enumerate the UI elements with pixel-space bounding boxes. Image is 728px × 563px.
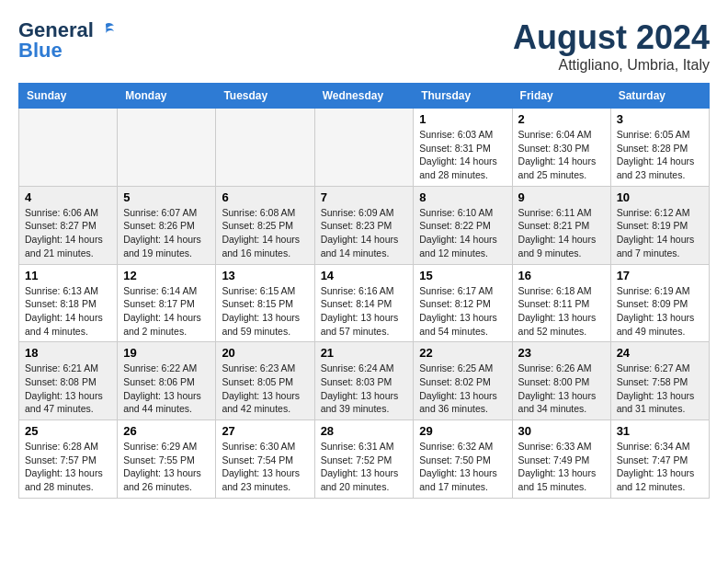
- day-number: 16: [518, 269, 605, 282]
- calendar-week-row: 11Sunrise: 6:13 AM Sunset: 8:18 PM Dayli…: [19, 264, 710, 342]
- day-info: Sunrise: 6:13 AM Sunset: 8:18 PM Dayligh…: [25, 284, 111, 339]
- calendar-cell: 17Sunrise: 6:19 AM Sunset: 8:09 PM Dayli…: [610, 264, 709, 342]
- calendar-week-row: 18Sunrise: 6:21 AM Sunset: 8:08 PM Dayli…: [19, 342, 710, 420]
- day-number: 30: [518, 424, 605, 438]
- calendar-cell: 21Sunrise: 6:24 AM Sunset: 8:03 PM Dayli…: [314, 342, 414, 420]
- calendar-cell: 7Sunrise: 6:09 AM Sunset: 8:23 PM Daylig…: [314, 186, 414, 264]
- calendar-cell: 3Sunrise: 6:05 AM Sunset: 8:28 PM Daylig…: [610, 109, 709, 187]
- day-header-saturday: Saturday: [610, 84, 709, 109]
- day-number: 23: [518, 346, 605, 360]
- calendar-cell: 23Sunrise: 6:26 AM Sunset: 8:00 PM Dayli…: [512, 342, 610, 420]
- calendar-table: SundayMondayTuesdayWednesdayThursdayFrid…: [18, 83, 710, 499]
- day-info: Sunrise: 6:24 AM Sunset: 8:03 PM Dayligh…: [321, 362, 408, 416]
- day-header-tuesday: Tuesday: [216, 84, 314, 109]
- calendar-header-row: SundayMondayTuesdayWednesdayThursdayFrid…: [19, 84, 710, 109]
- day-number: 22: [419, 346, 506, 360]
- day-number: 26: [123, 424, 210, 438]
- day-number: 24: [617, 346, 703, 360]
- day-number: 19: [123, 346, 210, 360]
- day-number: 29: [419, 424, 506, 438]
- calendar-cell: 27Sunrise: 6:30 AM Sunset: 7:54 PM Dayli…: [216, 420, 314, 499]
- day-info: Sunrise: 6:05 AM Sunset: 8:28 PM Dayligh…: [617, 128, 703, 182]
- day-number: 15: [419, 269, 506, 282]
- calendar-cell: 6Sunrise: 6:08 AM Sunset: 8:25 PM Daylig…: [216, 186, 314, 264]
- title-block: August 2024 Attigliano, Umbria, Italy: [513, 18, 710, 74]
- calendar-cell: 28Sunrise: 6:31 AM Sunset: 7:52 PM Dayli…: [314, 420, 414, 499]
- day-header-sunday: Sunday: [19, 84, 118, 109]
- day-number: 10: [617, 190, 703, 204]
- day-number: 18: [25, 346, 111, 360]
- day-info: Sunrise: 6:23 AM Sunset: 8:05 PM Dayligh…: [222, 362, 308, 416]
- day-number: 6: [222, 190, 308, 204]
- calendar-cell: [19, 109, 118, 187]
- calendar-cell: 13Sunrise: 6:15 AM Sunset: 8:15 PM Dayli…: [216, 264, 314, 342]
- day-number: 5: [123, 190, 210, 204]
- day-info: Sunrise: 6:03 AM Sunset: 8:31 PM Dayligh…: [419, 128, 506, 182]
- day-info: Sunrise: 6:19 AM Sunset: 8:09 PM Dayligh…: [617, 284, 703, 339]
- calendar-cell: 10Sunrise: 6:12 AM Sunset: 8:19 PM Dayli…: [610, 186, 709, 264]
- day-header-friday: Friday: [512, 84, 610, 109]
- calendar-cell: 8Sunrise: 6:10 AM Sunset: 8:22 PM Daylig…: [414, 186, 512, 264]
- day-info: Sunrise: 6:30 AM Sunset: 7:54 PM Dayligh…: [222, 440, 308, 494]
- day-number: 7: [321, 190, 408, 204]
- calendar-cell: 14Sunrise: 6:16 AM Sunset: 8:14 PM Dayli…: [314, 264, 414, 342]
- calendar-cell: 5Sunrise: 6:07 AM Sunset: 8:26 PM Daylig…: [118, 186, 216, 264]
- calendar-cell: 20Sunrise: 6:23 AM Sunset: 8:05 PM Dayli…: [216, 342, 314, 420]
- day-number: 1: [419, 112, 506, 126]
- day-number: 2: [518, 112, 605, 126]
- day-info: Sunrise: 6:15 AM Sunset: 8:15 PM Dayligh…: [222, 284, 308, 339]
- calendar-cell: 19Sunrise: 6:22 AM Sunset: 8:06 PM Dayli…: [118, 342, 216, 420]
- day-number: 4: [25, 190, 111, 204]
- calendar-cell: [118, 109, 216, 187]
- day-info: Sunrise: 6:26 AM Sunset: 8:00 PM Dayligh…: [518, 362, 605, 416]
- logo: General Blue: [18, 18, 116, 63]
- month-title: August 2024: [513, 18, 710, 57]
- day-info: Sunrise: 6:11 AM Sunset: 8:21 PM Dayligh…: [518, 206, 605, 260]
- day-number: 9: [518, 190, 605, 204]
- location-title: Attigliano, Umbria, Italy: [513, 57, 710, 74]
- calendar-week-row: 1Sunrise: 6:03 AM Sunset: 8:31 PM Daylig…: [19, 109, 710, 187]
- day-info: Sunrise: 6:28 AM Sunset: 7:57 PM Dayligh…: [25, 440, 111, 494]
- calendar-cell: 22Sunrise: 6:25 AM Sunset: 8:02 PM Dayli…: [414, 342, 512, 420]
- day-info: Sunrise: 6:17 AM Sunset: 8:12 PM Dayligh…: [419, 284, 506, 339]
- day-number: 14: [321, 269, 408, 282]
- day-header-thursday: Thursday: [414, 84, 512, 109]
- day-info: Sunrise: 6:06 AM Sunset: 8:27 PM Dayligh…: [25, 206, 111, 260]
- calendar-cell: 11Sunrise: 6:13 AM Sunset: 8:18 PM Dayli…: [19, 264, 118, 342]
- day-info: Sunrise: 6:08 AM Sunset: 8:25 PM Dayligh…: [222, 206, 308, 260]
- calendar-cell: [314, 109, 414, 187]
- calendar-cell: 18Sunrise: 6:21 AM Sunset: 8:08 PM Dayli…: [19, 342, 118, 420]
- day-info: Sunrise: 6:07 AM Sunset: 8:26 PM Dayligh…: [123, 206, 210, 260]
- page-header: General Blue August 2024 Attigliano, Umb…: [18, 18, 710, 74]
- day-info: Sunrise: 6:25 AM Sunset: 8:02 PM Dayligh…: [419, 362, 506, 416]
- day-info: Sunrise: 6:33 AM Sunset: 7:49 PM Dayligh…: [518, 440, 605, 494]
- day-number: 25: [25, 424, 111, 438]
- day-info: Sunrise: 6:29 AM Sunset: 7:55 PM Dayligh…: [123, 440, 210, 494]
- calendar-cell: 9Sunrise: 6:11 AM Sunset: 8:21 PM Daylig…: [512, 186, 610, 264]
- day-info: Sunrise: 6:12 AM Sunset: 8:19 PM Dayligh…: [617, 206, 703, 260]
- day-number: 8: [419, 190, 506, 204]
- day-info: Sunrise: 6:04 AM Sunset: 8:30 PM Dayligh…: [518, 128, 605, 182]
- calendar-cell: 31Sunrise: 6:34 AM Sunset: 7:47 PM Dayli…: [610, 420, 709, 499]
- calendar-cell: 25Sunrise: 6:28 AM Sunset: 7:57 PM Dayli…: [19, 420, 118, 499]
- calendar-cell: 24Sunrise: 6:27 AM Sunset: 7:58 PM Dayli…: [610, 342, 709, 420]
- calendar-week-row: 25Sunrise: 6:28 AM Sunset: 7:57 PM Dayli…: [19, 420, 710, 499]
- day-info: Sunrise: 6:22 AM Sunset: 8:06 PM Dayligh…: [123, 362, 210, 416]
- day-info: Sunrise: 6:09 AM Sunset: 8:23 PM Dayligh…: [321, 206, 408, 260]
- day-info: Sunrise: 6:34 AM Sunset: 7:47 PM Dayligh…: [617, 440, 703, 494]
- logo-blue: Blue: [18, 39, 63, 63]
- day-info: Sunrise: 6:18 AM Sunset: 8:11 PM Dayligh…: [518, 284, 605, 339]
- calendar-cell: 30Sunrise: 6:33 AM Sunset: 7:49 PM Dayli…: [512, 420, 610, 499]
- calendar-cell: 4Sunrise: 6:06 AM Sunset: 8:27 PM Daylig…: [19, 186, 118, 264]
- day-info: Sunrise: 6:14 AM Sunset: 8:17 PM Dayligh…: [123, 284, 210, 339]
- day-header-wednesday: Wednesday: [314, 84, 414, 109]
- day-number: 31: [617, 424, 703, 438]
- day-info: Sunrise: 6:16 AM Sunset: 8:14 PM Dayligh…: [321, 284, 408, 339]
- day-info: Sunrise: 6:27 AM Sunset: 7:58 PM Dayligh…: [617, 362, 703, 416]
- calendar-cell: 16Sunrise: 6:18 AM Sunset: 8:11 PM Dayli…: [512, 264, 610, 342]
- calendar-cell: 1Sunrise: 6:03 AM Sunset: 8:31 PM Daylig…: [414, 109, 512, 187]
- day-number: 13: [222, 269, 308, 282]
- day-info: Sunrise: 6:21 AM Sunset: 8:08 PM Dayligh…: [25, 362, 111, 416]
- logo-bird-icon: [96, 20, 116, 40]
- day-number: 17: [617, 269, 703, 282]
